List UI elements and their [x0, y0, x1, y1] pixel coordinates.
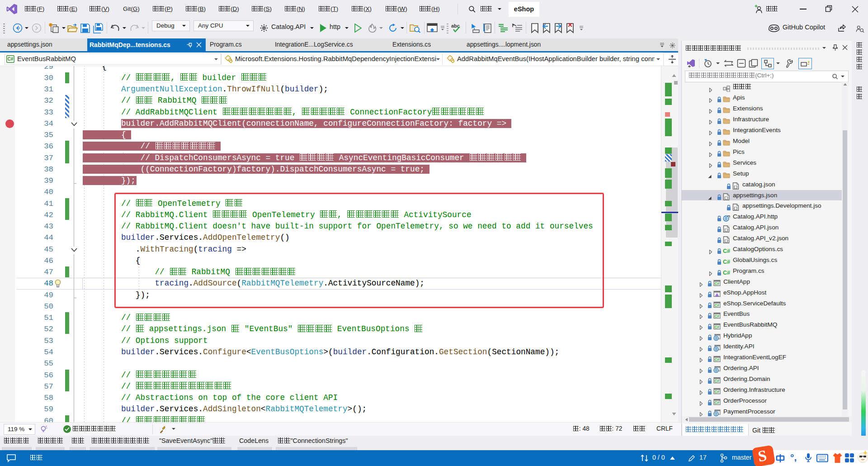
svg-text:C#: C# — [714, 379, 719, 383]
svg-text:C#: C# — [8, 57, 14, 62]
svg-text:{}: {} — [724, 228, 729, 232]
svg-text:C#: C# — [714, 390, 719, 394]
svg-text:{}: {} — [734, 206, 738, 210]
svg-text:{}: {} — [724, 195, 729, 200]
svg-text:{}: {} — [734, 185, 738, 189]
svg-text:C#: C# — [723, 258, 730, 265]
svg-text:C#: C# — [714, 357, 719, 362]
svg-text:C#: C# — [714, 400, 719, 405]
svg-text:{}: {} — [724, 238, 729, 243]
svg-text:C#: C# — [714, 281, 719, 286]
svg-text:C#: C# — [714, 303, 719, 308]
svg-text:C#: C# — [714, 314, 719, 319]
svg-text:C#: C# — [723, 269, 730, 276]
svg-text:C#: C# — [714, 325, 719, 329]
svg-text:C#: C# — [723, 248, 730, 254]
